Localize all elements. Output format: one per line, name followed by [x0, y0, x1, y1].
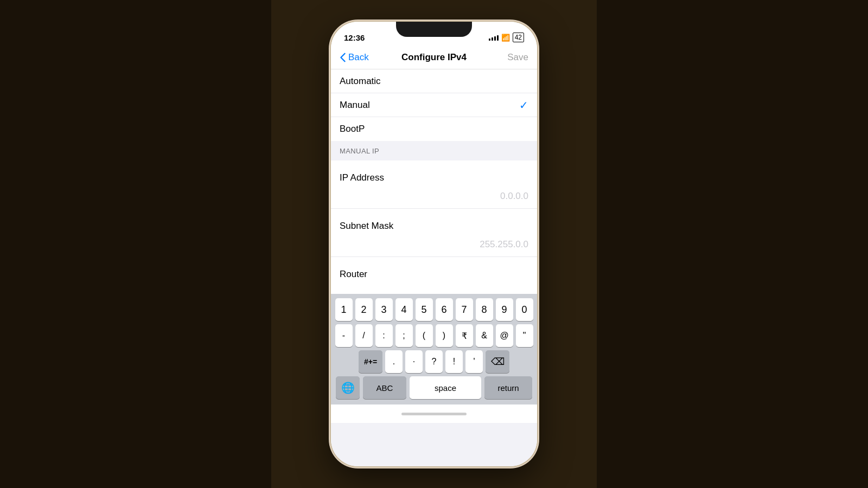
delete-key[interactable]: ⌫: [486, 350, 509, 373]
key-exclaim[interactable]: !: [445, 350, 463, 373]
home-bar: [401, 413, 467, 415]
chevron-left-icon: [340, 53, 346, 62]
status-icons: 📶 42: [489, 33, 524, 42]
subnet-mask-label: Subnet Mask: [340, 221, 393, 232]
space-key[interactable]: space: [410, 376, 481, 399]
key-close-paren[interactable]: ): [436, 324, 453, 347]
notch: [396, 22, 472, 37]
ip-address-label: IP Address: [340, 172, 384, 183]
save-button[interactable]: Save: [507, 52, 528, 63]
key-period[interactable]: .: [385, 350, 403, 373]
bootp-label: BootP: [340, 124, 365, 134]
nav-bar: Back Configure IPv4 Save: [331, 46, 537, 69]
config-options-section: Automatic Manual ✓ BootP: [331, 69, 537, 141]
wifi-icon: 📶: [501, 34, 510, 42]
number-row: 1 2 3 4 5 6 7 8 9 0: [333, 298, 535, 321]
router-field[interactable]: Router: [331, 257, 537, 294]
key-quote[interactable]: ": [516, 324, 533, 347]
manual-label: Manual: [340, 100, 370, 111]
status-time: 12:36: [344, 33, 365, 42]
globe-key[interactable]: 🌐: [336, 376, 360, 399]
bottom-row: 🌐 ABC space return: [333, 376, 535, 399]
subnet-mask-field[interactable]: Subnet Mask 255.255.0.0: [331, 209, 537, 257]
key-7[interactable]: 7: [456, 298, 473, 321]
key-8[interactable]: 8: [476, 298, 493, 321]
ip-address-value: 0.0.0.0: [500, 191, 528, 201]
key-colon[interactable]: :: [375, 324, 393, 347]
key-hashtag[interactable]: #+=: [359, 350, 382, 373]
router-label: Router: [340, 269, 367, 280]
special-row: #+= . · ? ! ' ⌫: [333, 350, 535, 373]
list-item-bootp[interactable]: BootP: [331, 117, 537, 141]
key-open-paren[interactable]: (: [416, 324, 433, 347]
keyboard: 1 2 3 4 5 6 7 8 9 0 - / : ; (: [331, 294, 537, 404]
manual-ip-section-header: MANUAL IP: [331, 141, 537, 160]
back-button[interactable]: Back: [340, 52, 369, 63]
key-3[interactable]: 3: [375, 298, 393, 321]
key-0[interactable]: 0: [516, 298, 533, 321]
subnet-mask-value: 255.255.0.0: [480, 239, 528, 249]
key-5[interactable]: 5: [416, 298, 433, 321]
key-6[interactable]: 6: [436, 298, 453, 321]
screen: 12:36 📶 42 Back Configure IPv4: [331, 22, 537, 466]
key-1[interactable]: 1: [335, 298, 353, 321]
abc-key[interactable]: ABC: [363, 376, 406, 399]
back-label: Back: [348, 52, 369, 63]
ip-fields-section: IP Address 0.0.0.0 Subnet Mask 255.255.0…: [331, 160, 537, 294]
key-middot[interactable]: ·: [405, 350, 423, 373]
key-4[interactable]: 4: [395, 298, 413, 321]
automatic-label: Automatic: [340, 76, 381, 87]
key-at[interactable]: @: [496, 324, 513, 347]
home-indicator: [331, 404, 537, 423]
nav-title: Configure IPv4: [401, 52, 467, 63]
key-question[interactable]: ?: [425, 350, 443, 373]
key-ampersand[interactable]: &: [476, 324, 493, 347]
key-dash[interactable]: -: [335, 324, 353, 347]
list-item-manual[interactable]: Manual ✓: [331, 93, 537, 117]
list-item-automatic[interactable]: Automatic: [331, 69, 537, 93]
return-key[interactable]: return: [484, 376, 532, 399]
battery-icon: 42: [513, 33, 524, 42]
symbol-row: - / : ; ( ) ₹ & @ ": [333, 324, 535, 347]
globe-icon: 🌐: [341, 381, 355, 394]
key-semicolon[interactable]: ;: [395, 324, 413, 347]
manual-checkmark: ✓: [519, 99, 528, 112]
key-slash[interactable]: /: [355, 324, 373, 347]
key-2[interactable]: 2: [355, 298, 373, 321]
manual-ip-header-label: MANUAL IP: [340, 147, 379, 155]
content-area: Automatic Manual ✓ BootP MANUAL IP: [331, 69, 537, 466]
signal-icon: [489, 34, 499, 41]
phone-frame: 12:36 📶 42 Back Configure IPv4: [331, 22, 537, 466]
key-rupee[interactable]: ₹: [456, 324, 473, 347]
key-9[interactable]: 9: [496, 298, 513, 321]
ip-address-field[interactable]: IP Address 0.0.0.0: [331, 160, 537, 209]
key-apostrophe[interactable]: ': [465, 350, 483, 373]
